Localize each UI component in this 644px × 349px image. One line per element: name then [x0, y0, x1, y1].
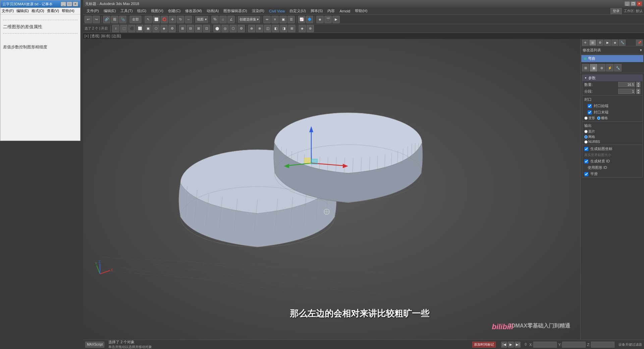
- menu-civil-view[interactable]: Civil View: [267, 8, 287, 14]
- reference-dropdown[interactable]: 视图 ▾: [195, 16, 208, 23]
- cap-end-checkbox[interactable]: [588, 110, 592, 114]
- menu-tools[interactable]: 工具(T): [118, 8, 135, 14]
- notepad-minimize-button[interactable]: _: [61, 2, 66, 6]
- params-section-header[interactable]: ▼ 参数: [582, 75, 642, 81]
- align-button[interactable]: ≡: [271, 16, 279, 23]
- prev-frame[interactable]: |◀: [501, 342, 507, 348]
- undo-button[interactable]: ↩: [85, 16, 92, 23]
- menu-modifiers[interactable]: 修改器(M): [183, 8, 204, 14]
- select-link-button[interactable]: 🔗: [103, 16, 110, 23]
- select-button[interactable]: ↖: [145, 16, 152, 23]
- tb2-btn24[interactable]: ⊛: [307, 25, 314, 32]
- percent-btn[interactable]: %: [211, 16, 219, 23]
- utilities-tab-button[interactable]: 🔧: [619, 40, 626, 46]
- modifier-list-arrow[interactable]: ▾: [640, 48, 642, 52]
- notepad-menu-format[interactable]: 格式(O): [32, 8, 44, 13]
- play-button[interactable]: ▶: [508, 342, 514, 348]
- count-down[interactable]: ▼: [636, 85, 640, 87]
- tb2-btn20[interactable]: ◧: [272, 25, 279, 32]
- menu-content[interactable]: 内容: [325, 8, 337, 14]
- maxscript-button[interactable]: MAXScript: [85, 342, 104, 348]
- select-all-button[interactable]: 全部: [129, 16, 142, 23]
- modify-tab-button[interactable]: ⊞: [589, 40, 596, 46]
- tb2-btn14[interactable]: ◎: [221, 25, 229, 32]
- tb2-render-frame[interactable]: ⊞: [179, 25, 186, 32]
- icon-tab-5[interactable]: 🔧: [614, 64, 622, 71]
- icon-tab-3[interactable]: ⊛: [598, 64, 605, 71]
- y-input[interactable]: [562, 342, 586, 348]
- mirror-button[interactable]: ⇔: [263, 16, 271, 23]
- tb2-btn17[interactable]: ⊕: [248, 25, 255, 32]
- tb2-btn4[interactable]: ⬜: [136, 25, 144, 32]
- gen-mat-id-checkbox[interactable]: [584, 159, 588, 163]
- schematic[interactable]: 🔷: [306, 16, 313, 23]
- curve-editor[interactable]: 📈: [298, 16, 305, 23]
- rotate-button[interactable]: ↻: [177, 16, 184, 23]
- tb2-btn6[interactable]: ⬡: [152, 25, 160, 32]
- morph-radio[interactable]: [584, 116, 588, 120]
- create-tab-button[interactable]: ✛: [582, 40, 589, 46]
- motion-tab-button[interactable]: ▶: [604, 40, 611, 46]
- login-button[interactable]: 登录: [610, 8, 622, 14]
- material-editor[interactable]: ◈: [316, 16, 324, 23]
- tb2-btn8[interactable]: ⚙: [168, 25, 176, 32]
- x-input[interactable]: [533, 342, 557, 348]
- tb2-btn19[interactable]: ◫: [264, 25, 271, 32]
- segments-spinner[interactable]: ▲ ▼: [636, 89, 640, 94]
- snap-toggle[interactable]: ⌂: [219, 16, 227, 23]
- display-tab-button[interactable]: ◈: [611, 40, 618, 46]
- menu-script[interactable]: 脚本(S): [309, 8, 325, 14]
- tb2-btn21[interactable]: ◨: [280, 25, 287, 32]
- notepad-menu-file[interactable]: 文件(F): [2, 8, 14, 13]
- tb2-btn10[interactable]: ⊟: [187, 25, 194, 32]
- notepad-maximize-button[interactable]: □: [67, 2, 72, 6]
- render-setup[interactable]: 🎬: [324, 16, 332, 23]
- select-region-rect[interactable]: ⬜: [153, 16, 160, 23]
- menu-customize[interactable]: 自定义(U): [287, 8, 308, 14]
- modifier-item[interactable]: 弯曲: [581, 55, 643, 62]
- tb2-btn22[interactable]: ⊞: [288, 25, 296, 32]
- menu-edit[interactable]: 编辑(E): [102, 8, 118, 14]
- tb2-btn3[interactable]: ⬛: [128, 25, 136, 32]
- tb2-btn7[interactable]: ◈: [160, 25, 168, 32]
- count-value[interactable]: [618, 82, 635, 87]
- add-time-tag-button[interactable]: 添加时间标记: [472, 342, 496, 348]
- tb2-btn2[interactable]: ⬚: [120, 25, 127, 32]
- menu-animation[interactable]: 动画(A): [205, 8, 221, 14]
- smooth-checkbox[interactable]: [584, 172, 588, 176]
- tb2-btn12[interactable]: ⊡: [203, 25, 210, 32]
- surface-radio[interactable]: [584, 130, 588, 133]
- viewport-standard[interactable]: [标准]: [101, 34, 110, 39]
- menu-view[interactable]: 视图(V): [149, 8, 165, 14]
- move-button[interactable]: ✛: [169, 16, 176, 23]
- rp-pin-button[interactable]: 📌: [636, 40, 643, 46]
- align-view[interactable]: ▣: [279, 16, 287, 23]
- icon-tab-1[interactable]: ⊞: [582, 64, 589, 71]
- redo-button[interactable]: ↪: [93, 16, 100, 23]
- unlink-button[interactable]: ⛓: [111, 16, 118, 23]
- grid-radio[interactable]: [597, 116, 600, 120]
- tb2-btn23[interactable]: ◈: [299, 25, 306, 32]
- angle-snap[interactable]: ∠: [227, 16, 235, 23]
- menu-graph-editor[interactable]: 图形编辑器(D): [221, 8, 249, 14]
- menu-file[interactable]: 文件(P): [85, 8, 101, 14]
- viewport-plus[interactable]: [+]: [85, 34, 89, 38]
- select-region-circle[interactable]: ⭕: [161, 16, 168, 23]
- max-close-button[interactable]: ✕: [637, 1, 642, 6]
- segments-down[interactable]: ▼: [636, 91, 640, 94]
- notepad-menu-help[interactable]: 帮助(H): [62, 8, 74, 13]
- tb2-btn18[interactable]: ⊗: [256, 25, 263, 32]
- segments-value[interactable]: [618, 89, 635, 94]
- max-minimize-button[interactable]: _: [625, 1, 630, 6]
- max-restore-button[interactable]: ❐: [631, 1, 636, 6]
- mesh-radio[interactable]: [584, 135, 588, 139]
- tb2-btn5[interactable]: ▣: [144, 25, 152, 32]
- viewport-perspective[interactable]: [透视]: [90, 34, 100, 39]
- menu-create[interactable]: 创建(C): [166, 8, 182, 14]
- icon-tab-2[interactable]: ▣: [590, 64, 597, 71]
- nurbs-radio[interactable]: [584, 140, 588, 144]
- named-selection-dropdown[interactable]: 创建选择集 ▾: [238, 16, 260, 23]
- menu-arnold[interactable]: Arnold: [337, 8, 352, 14]
- bind-to-space-button[interactable]: 📎: [119, 16, 126, 23]
- notepad-close-button[interactable]: ✕: [73, 2, 78, 6]
